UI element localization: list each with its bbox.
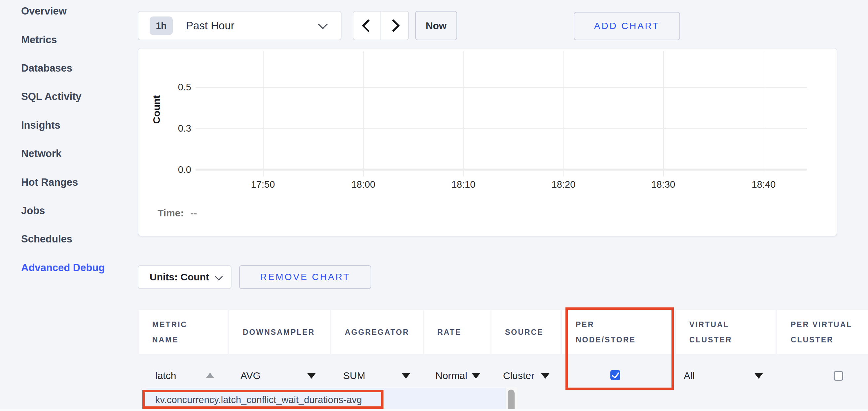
column-header-aggregator: AGGREGATOR: [331, 310, 423, 354]
now-button[interactable]: Now: [415, 11, 457, 40]
next-range-button[interactable]: [380, 11, 408, 40]
source-arrow-icon[interactable]: [541, 373, 550, 379]
virtual-cluster-select[interactable]: All: [684, 370, 694, 381]
time-range-label: Past Hour: [186, 20, 235, 32]
y-tick-label: 0.5: [158, 82, 191, 93]
column-header-rate: RATE: [424, 310, 491, 354]
rate-arrow-icon[interactable]: [472, 373, 480, 379]
aggregator-select[interactable]: SUM: [343, 370, 365, 381]
sidebar-item-metrics[interactable]: Metrics: [21, 25, 130, 54]
sidebar-item-insights[interactable]: Insights: [21, 111, 130, 140]
aggregator-arrow-icon[interactable]: [402, 373, 410, 379]
x-tick-label: 18:20: [540, 179, 587, 190]
gridline-horizontal: [195, 87, 807, 88]
sidebar-item-hot-ranges[interactable]: Hot Ranges: [21, 168, 130, 196]
sidebar-item-databases[interactable]: Databases: [21, 54, 130, 82]
downsampler-arrow-icon[interactable]: [307, 373, 316, 379]
time-nav-buttons: [353, 11, 409, 40]
x-tick-label: 18:10: [440, 179, 487, 190]
x-tick-label: 18:00: [340, 179, 386, 190]
chevron-down-icon: [215, 272, 223, 280]
prev-range-button[interactable]: [353, 11, 380, 40]
chevron-down-icon: [318, 20, 328, 29]
units-select-label: Units: Count: [150, 271, 209, 283]
column-header-per-virtual-cluster: PER VIRTUAL CLUSTER: [777, 310, 868, 354]
time-value: --: [190, 207, 197, 219]
sidebar-item-overview[interactable]: Overview: [21, 0, 130, 25]
gridline-vertical: [363, 51, 364, 176]
hover-time-readout: Time: --: [158, 207, 197, 219]
x-tick-label: 18:40: [741, 179, 787, 190]
gridline-vertical: [663, 51, 664, 176]
suggestions-scrollbar-thumb[interactable]: [508, 389, 515, 411]
y-tick-label: 0.0: [158, 164, 191, 175]
column-header-downsampler: DOWNSAMPLER: [229, 310, 330, 354]
chevron-left-icon: [362, 19, 375, 32]
checkmark-icon: [612, 370, 619, 378]
metric-name-open-arrow-icon[interactable]: [206, 373, 214, 378]
downsampler-select[interactable]: AVG: [241, 370, 260, 381]
virtual-cluster-arrow-icon[interactable]: [754, 373, 763, 379]
y-tick-label: 0.3: [158, 123, 191, 134]
remove-chart-button[interactable]: REMOVE CHART: [239, 265, 371, 289]
add-chart-button[interactable]: ADD CHART: [574, 12, 680, 40]
per-node-store-checkbox[interactable]: [610, 370, 620, 380]
gridline-vertical: [263, 51, 264, 176]
time-range-select[interactable]: 1h Past Hour: [138, 11, 342, 40]
column-header-per-node-store: PER NODE/STORE: [562, 310, 675, 354]
time-range-badge: 1h: [150, 16, 173, 35]
gridline-vertical: [563, 51, 564, 176]
sidebar-nav: Overview Metrics Databases SQL Activity …: [21, 0, 130, 282]
gridline-zero: [195, 169, 807, 171]
per-virtual-cluster-checkbox[interactable]: [834, 371, 843, 381]
gridline-horizontal: [195, 128, 807, 129]
gridline-vertical: [463, 51, 464, 176]
time-label: Time:: [158, 207, 184, 219]
metric-suggestion-item[interactable]: kv.concurrency.latch_conflict_wait_durat…: [155, 395, 362, 405]
bottom-edge: [0, 409, 868, 411]
gridline-vertical: [764, 51, 764, 176]
source-select[interactable]: Cluster: [503, 370, 534, 381]
column-header-virtual-cluster: VIRTUAL CLUSTER: [676, 310, 776, 354]
x-tick-label: 17:50: [240, 179, 286, 190]
chevron-right-icon: [387, 19, 400, 32]
metric-name-input[interactable]: latch: [155, 370, 176, 381]
sidebar-item-advanced-debug[interactable]: Advanced Debug: [21, 254, 130, 282]
column-header-metric-name: METRIC NAME: [139, 310, 227, 354]
sidebar-item-sql-activity[interactable]: SQL Activity: [21, 82, 130, 111]
units-select[interactable]: Units: Count: [138, 265, 231, 289]
rate-select[interactable]: Normal: [435, 370, 467, 381]
advanced-debug-custom-chart-page: Overview Metrics Databases SQL Activity …: [0, 0, 868, 411]
sidebar-item-schedules[interactable]: Schedules: [21, 225, 130, 253]
sidebar-item-jobs[interactable]: Jobs: [21, 197, 130, 225]
x-tick-label: 18:30: [640, 179, 686, 190]
sidebar-item-network[interactable]: Network: [21, 140, 130, 168]
custom-chart-card[interactable]: Count 0.5 0.3 0.0 17:50 18:00 18:10 18:2…: [138, 48, 837, 237]
column-header-source: SOURCE: [492, 310, 560, 354]
